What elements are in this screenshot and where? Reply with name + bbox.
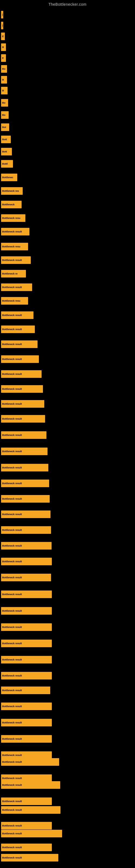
bar-item: Bottleneck result xyxy=(1,781,60,789)
bar-label: Bottleneck result xyxy=(2,846,22,849)
bar-label: Bottleneck result xyxy=(2,832,22,835)
bar-label: Bottleneck result xyxy=(2,403,22,405)
bar-label: Bottleneck result xyxy=(2,466,22,469)
bar-label: Bo xyxy=(2,114,5,116)
bar-item: Bottleneck result xyxy=(1,415,45,423)
bar-label: Bottleneck result xyxy=(2,856,22,859)
bar-label: Bottleneck result xyxy=(2,674,22,677)
bar-label: Bottleneck xyxy=(2,203,14,206)
bar-item: Bottleneck result xyxy=(1,672,52,680)
bar-label: Bottleneck result xyxy=(2,434,22,436)
bar-label: Bottleneck result xyxy=(2,642,22,645)
bar-item: Bottleneck xyxy=(1,201,21,208)
bar-item: Bottleneck result xyxy=(1,590,52,598)
bar-item: Bottleneck res xyxy=(1,187,23,195)
bar-item: E xyxy=(1,33,5,40)
site-title: TheBottlenecker.com xyxy=(0,0,135,8)
bar-label: Bottleneck result xyxy=(2,610,22,612)
bar-label: Bo xyxy=(2,67,5,70)
bar-item: Bo xyxy=(1,111,9,119)
bar-item: Bottleneck result xyxy=(1,735,52,743)
bar-item: Bottleneck result xyxy=(1,822,52,830)
bar-label: Bottleneck result xyxy=(2,314,22,316)
bar-label: Bottleneck result xyxy=(2,809,22,811)
bar-label: | xyxy=(2,13,3,16)
bar-item: Bottleneck result xyxy=(1,623,52,631)
bar-label: Bottleneck result xyxy=(2,824,22,827)
bar-label: Bottleneck result xyxy=(2,230,22,233)
bar-item: Bottleneck result xyxy=(1,464,48,471)
bar-item: B xyxy=(1,87,8,94)
bar-label: B xyxy=(2,79,4,81)
bar-item: Bottleneck result xyxy=(1,447,48,455)
bar-label: B xyxy=(2,89,4,92)
bar-label: Bottleneck result xyxy=(2,777,22,780)
bar-item: Bo xyxy=(1,99,8,106)
bar-label: Bottleneck result xyxy=(2,626,22,628)
bar-item: Bottleneck result xyxy=(1,758,59,766)
bar-item: Bottleneck result xyxy=(1,283,32,291)
bar-item: Bottleneck result xyxy=(1,844,52,851)
bar-item: B xyxy=(1,76,7,84)
bar-label: Bottleneck result xyxy=(2,705,22,708)
bar-item: Bottleneck result xyxy=(1,830,62,837)
bar-item: Bottleneck result xyxy=(1,510,50,518)
bar-label: Bottleneck result xyxy=(2,545,22,547)
bar-item: Bottleneck result xyxy=(1,256,31,264)
bar-item: Bottleneck result xyxy=(1,340,38,348)
bar-item: Bottl xyxy=(1,160,13,167)
bar-item: Bottleneck result xyxy=(1,431,46,439)
bar-label: Bottleneck result xyxy=(2,754,22,756)
bar-label: Bottl xyxy=(2,162,8,165)
bar-item: Bottleneck result xyxy=(1,542,52,550)
bar-item: Bottleneck result xyxy=(1,640,52,647)
bar-item: Bottlenec xyxy=(1,174,17,181)
bar-item: | xyxy=(1,11,3,19)
bar-label: Bottleneck resu xyxy=(2,217,20,219)
bar-label: Bottlenec xyxy=(2,176,13,179)
bar-label: Bottleneck resu xyxy=(2,245,20,248)
bar-item: Bottleneck result xyxy=(1,526,51,534)
bar-label: Bott xyxy=(2,138,7,141)
bar-item: Bottleneck result xyxy=(1,355,39,363)
bar-item: Bottleneck result xyxy=(1,326,35,333)
bar-label: Bottleneck result xyxy=(2,417,22,420)
bar-label: Bottleneck result xyxy=(2,259,22,261)
bar-item: Bott xyxy=(1,148,12,155)
bar-item: Bottleneck result xyxy=(1,311,34,319)
bar-item: Bottleneck result xyxy=(1,400,44,408)
bar-label: Bottleneck result xyxy=(2,482,22,485)
bar-item: Bottleneck result xyxy=(1,854,58,862)
bar-label: Bottleneck result xyxy=(2,800,22,803)
bar-item: Bottleneck result xyxy=(1,703,52,710)
bar-label: Bottleneck result xyxy=(2,450,22,453)
bar-item: Bottleneck result xyxy=(1,228,30,236)
bar-label: Bottleneck result xyxy=(2,529,22,531)
bar-label: Bottleneck result xyxy=(2,721,22,724)
bar-item: Bo xyxy=(1,65,7,73)
bar-label: Bo xyxy=(2,101,5,104)
bar-label: Bottleneck result xyxy=(2,593,22,596)
bar-label: Bott xyxy=(2,150,7,153)
bar-item: Bottleneck result xyxy=(1,370,42,378)
bar-label: Bottleneck result xyxy=(2,513,22,516)
bar-label: Bottleneck result xyxy=(2,373,22,375)
bar-item: Bottleneck result xyxy=(1,686,50,694)
bar-label: Bot xyxy=(2,126,6,129)
bar-label: Bottleneck result xyxy=(2,738,22,740)
bar-label: Bottleneck result xyxy=(2,761,22,763)
bar-label: Bottleneck result xyxy=(2,658,22,661)
bar-item: Bott xyxy=(1,135,11,143)
bar-item: Bottleneck result xyxy=(1,719,52,726)
bar-label: Bottleneck resu xyxy=(2,300,20,302)
bar-item: Bottleneck result xyxy=(1,479,49,487)
bar-item: Bottleneck result xyxy=(1,607,52,615)
bar-label: Bottleneck result xyxy=(2,560,22,563)
bar-item: Bottleneck resu xyxy=(1,297,28,305)
bar-item: Bottleneck result xyxy=(1,751,52,759)
bar-label: Bottleneck result xyxy=(2,689,22,692)
bar-item: E xyxy=(1,54,6,62)
bar-item: Bottleneck result xyxy=(1,558,52,565)
bar-label: Bottleneck result xyxy=(2,343,22,346)
bar-item: B xyxy=(1,43,6,51)
